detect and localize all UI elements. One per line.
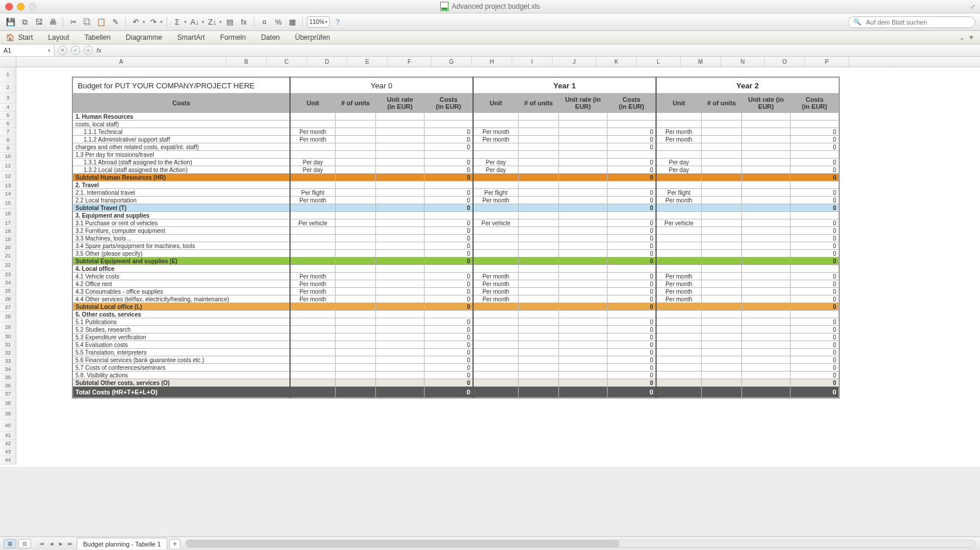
row-header-25[interactable]: 25 bbox=[0, 287, 16, 295]
copy-icon[interactable]: ⿻ bbox=[81, 17, 93, 28]
undo-icon[interactable]: ↶ bbox=[130, 17, 142, 28]
row-header-44[interactable]: 44 bbox=[0, 456, 16, 465]
row-header-10[interactable]: 10 bbox=[0, 153, 16, 161]
spreadsheet-grid[interactable]: ABCDEFGHIJKLMNOP 12345678910111213141516… bbox=[0, 57, 980, 467]
row-headers[interactable]: 1234567891011121314151617181920212223242… bbox=[0, 67, 16, 465]
cut-icon[interactable]: ✂ bbox=[67, 17, 79, 28]
expand-icon[interactable]: ⤢ bbox=[970, 3, 975, 11]
row-header-15[interactable]: 15 bbox=[0, 198, 16, 209]
row-header-19[interactable]: 19 bbox=[0, 236, 16, 244]
row-header-28[interactable]: 28 bbox=[0, 312, 16, 322]
row-header-14[interactable]: 14 bbox=[0, 190, 16, 198]
col-header-A[interactable]: A bbox=[16, 57, 226, 67]
ribbon-tab-start[interactable]: 🏠 Start bbox=[6, 33, 33, 42]
ribbon-options-icon[interactable]: ✶ bbox=[968, 33, 974, 42]
row-header-6[interactable]: 6 bbox=[0, 120, 16, 128]
row-header-3[interactable]: 3 bbox=[0, 93, 16, 104]
row-header-41[interactable]: 41 bbox=[0, 432, 16, 440]
row-header-40[interactable]: 40 bbox=[0, 420, 16, 432]
row-header-18[interactable]: 18 bbox=[0, 228, 16, 236]
row-header-13[interactable]: 13 bbox=[0, 182, 16, 190]
col-header-E[interactable]: E bbox=[347, 57, 388, 67]
row-header-8[interactable]: 8 bbox=[0, 136, 16, 145]
search-input[interactable] bbox=[865, 18, 970, 26]
col-header-L[interactable]: L bbox=[637, 57, 681, 67]
accept-formula-icon[interactable]: ✓ bbox=[71, 46, 80, 55]
formula-menu-icon[interactable]: ≡ bbox=[84, 46, 93, 55]
ribbon-tab-formeln[interactable]: Formeln bbox=[220, 33, 246, 42]
row-header-12[interactable]: 12 bbox=[0, 171, 16, 182]
row-header-11[interactable]: 11 bbox=[0, 161, 16, 171]
row-header-5[interactable]: 5 bbox=[0, 112, 16, 120]
col-header-H[interactable]: H bbox=[472, 57, 512, 67]
col-header-J[interactable]: J bbox=[553, 57, 596, 67]
row-header-34[interactable]: 34 bbox=[0, 366, 16, 374]
row-header-9[interactable]: 9 bbox=[0, 145, 16, 153]
col-header-B[interactable]: B bbox=[226, 57, 267, 67]
ribbon-tab-daten[interactable]: Daten bbox=[261, 33, 279, 42]
col-header-G[interactable]: G bbox=[432, 57, 472, 67]
row-header-17[interactable]: 17 bbox=[0, 219, 16, 228]
ribbon-tab-diagramme[interactable]: Diagramme bbox=[126, 33, 162, 42]
chart-icon[interactable]: ▦ bbox=[287, 17, 298, 28]
save-icon[interactable]: 💾 bbox=[5, 17, 16, 28]
col-header-I[interactable]: I bbox=[512, 57, 553, 67]
row-header-20[interactable]: 20 bbox=[0, 244, 16, 252]
col-header-F[interactable]: F bbox=[388, 57, 432, 67]
ribbon-tab-tabellen[interactable]: Tabellen bbox=[84, 33, 111, 42]
row-header-4[interactable]: 4 bbox=[0, 104, 16, 112]
row-header-36[interactable]: 36 bbox=[0, 382, 16, 390]
function-icon[interactable]: fx bbox=[238, 17, 250, 28]
col-header-M[interactable]: M bbox=[681, 57, 721, 67]
col-header-D[interactable]: D bbox=[307, 57, 347, 67]
row-header-38[interactable]: 38 bbox=[0, 398, 16, 409]
row-header-27[interactable]: 27 bbox=[0, 304, 16, 312]
sort-desc-icon[interactable]: Z↓ bbox=[206, 17, 218, 28]
row-header-32[interactable]: 32 bbox=[0, 349, 16, 358]
duplicate-icon[interactable]: ⧉ bbox=[19, 17, 30, 28]
row-header-29[interactable]: 29 bbox=[0, 322, 16, 333]
paste-icon[interactable]: 📋 bbox=[95, 17, 107, 28]
row-header-39[interactable]: 39 bbox=[0, 409, 16, 420]
row-header-33[interactable]: 33 bbox=[0, 358, 16, 366]
row-header-30[interactable]: 30 bbox=[0, 333, 16, 341]
row-header-24[interactable]: 24 bbox=[0, 279, 16, 287]
ribbon-tab-smartart[interactable]: SmartArt bbox=[177, 33, 205, 42]
row-header-2[interactable]: 2 bbox=[0, 82, 16, 93]
row-header-21[interactable]: 21 bbox=[0, 252, 16, 260]
ribbon-collapse-icon[interactable]: ⌄ bbox=[959, 33, 965, 42]
print-icon[interactable]: 🖶 bbox=[47, 17, 58, 28]
col-header-C[interactable]: C bbox=[267, 57, 307, 67]
currency-icon[interactable]: ¤ bbox=[258, 17, 270, 28]
filter-icon[interactable]: ▤ bbox=[224, 17, 236, 28]
row-header-26[interactable]: 26 bbox=[0, 295, 16, 304]
cancel-formula-icon[interactable]: ✕ bbox=[58, 46, 67, 55]
save-as-icon[interactable]: 🖫 bbox=[33, 17, 44, 28]
col-header-O[interactable]: O bbox=[765, 57, 805, 67]
col-header-K[interactable]: K bbox=[596, 57, 637, 67]
row-header-23[interactable]: 23 bbox=[0, 271, 16, 279]
select-all-corner[interactable] bbox=[0, 57, 16, 67]
search-box[interactable]: 🔍 bbox=[848, 16, 975, 28]
row-header-22[interactable]: 22 bbox=[0, 260, 16, 271]
col-header-P[interactable]: P bbox=[805, 57, 849, 67]
row-header-43[interactable]: 43 bbox=[0, 448, 16, 456]
column-headers[interactable]: ABCDEFGHIJKLMNOP bbox=[0, 57, 980, 67]
ribbon-tab-ueberpruefen[interactable]: Überprüfen bbox=[295, 33, 330, 42]
row-header-42[interactable]: 42 bbox=[0, 440, 16, 448]
row-header-7[interactable]: 7 bbox=[0, 128, 16, 136]
row-header-35[interactable]: 35 bbox=[0, 374, 16, 382]
row-header-31[interactable]: 31 bbox=[0, 341, 16, 349]
format-icon[interactable]: ✎ bbox=[109, 17, 121, 28]
help-icon[interactable]: ? bbox=[332, 17, 344, 28]
col-header-N[interactable]: N bbox=[721, 57, 765, 67]
row-header-37[interactable]: 37 bbox=[0, 390, 16, 398]
redo-icon[interactable]: ↷ bbox=[147, 17, 159, 28]
autosum-icon[interactable]: Σ bbox=[171, 17, 183, 28]
row-header-16[interactable]: 16 bbox=[0, 209, 16, 219]
zoom-control[interactable]: 110%▾ bbox=[307, 16, 330, 28]
percent-icon[interactable]: % bbox=[272, 17, 284, 28]
row-header-1[interactable]: 1 bbox=[0, 67, 16, 82]
ribbon-tab-layout[interactable]: Layout bbox=[48, 33, 69, 42]
name-box[interactable]: A1 ▾ bbox=[0, 44, 54, 56]
